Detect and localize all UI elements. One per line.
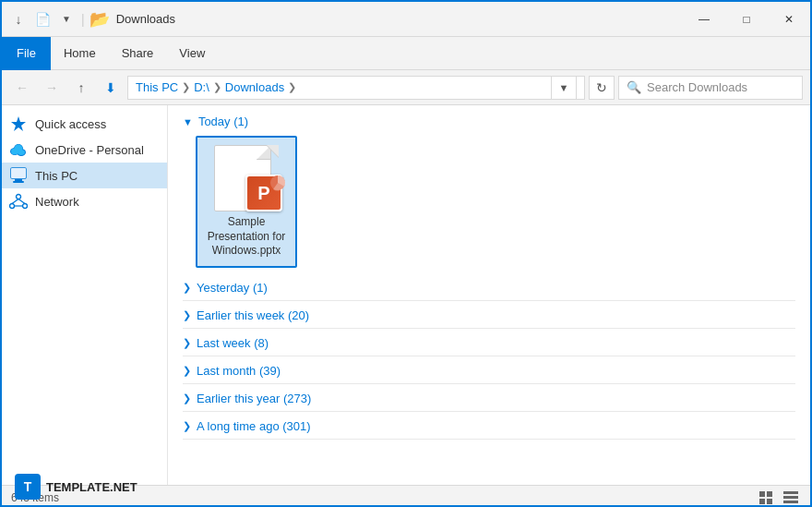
search-icon: 🔍 xyxy=(627,80,641,94)
group-long-ago-label: A long time ago (301) xyxy=(197,419,311,433)
chevron-today-icon: ▼ xyxy=(183,116,193,127)
main-layout: Quick access OneDrive - Personal xyxy=(2,105,810,485)
path-arrow-2: ❯ xyxy=(213,81,221,93)
star-icon xyxy=(9,115,28,133)
search-placeholder: Search Downloads xyxy=(647,80,747,94)
file-tab[interactable]: File xyxy=(2,37,51,70)
maximize-button[interactable]: □ xyxy=(725,2,768,37)
group-earlier-year-header[interactable]: ❯ Earlier this year (273) xyxy=(183,390,795,412)
chevron-last-month-icon: ❯ xyxy=(183,365,191,377)
sidebar-label-onedrive: OneDrive - Personal xyxy=(35,143,144,157)
network-icon xyxy=(9,192,28,211)
details-view-icon xyxy=(783,491,798,504)
file-name-pptx: Sample Presentation for Windows.pptx xyxy=(201,215,292,259)
share-tab[interactable]: Share xyxy=(109,37,167,70)
large-icons-view-button[interactable] xyxy=(757,489,777,507)
svg-rect-20 xyxy=(759,499,765,504)
path-drive[interactable]: D:\ xyxy=(194,80,209,94)
group-today-header[interactable]: ▼ Today (1) xyxy=(183,115,795,128)
group-earlier-week-header[interactable]: ❯ Earlier this week (20) xyxy=(183,307,795,329)
group-yesterday-label: Yesterday (1) xyxy=(197,281,268,295)
brand-letter: T xyxy=(24,479,32,494)
path-arrow-3: ❯ xyxy=(288,81,296,93)
svg-line-15 xyxy=(18,199,25,204)
up-button[interactable]: ↑ xyxy=(68,75,94,101)
today-files-grid: P Sample Presentation for Windows.pptx xyxy=(196,136,795,268)
path-thispc[interactable]: This PC xyxy=(136,80,178,94)
cloud-icon xyxy=(9,140,28,159)
svg-marker-0 xyxy=(11,116,26,131)
svg-point-12 xyxy=(10,204,15,209)
address-path-box[interactable]: This PC ❯ D:\ ❯ Downloads ❯ ▼ xyxy=(127,76,585,100)
folder-icon: 📂 xyxy=(90,10,109,29)
branding: T TEMPLATE.NET xyxy=(15,474,137,500)
svg-rect-18 xyxy=(759,491,765,497)
titlebar-dropdown-icon[interactable]: ▼ xyxy=(57,10,76,29)
downloads-nav-icon[interactable]: ⬇ xyxy=(98,75,124,101)
titlebar-sep: | xyxy=(81,12,85,27)
sidebar-item-onedrive[interactable]: OneDrive - Personal xyxy=(2,137,167,163)
ppt-letter: P xyxy=(257,183,269,204)
titlebar-icon-doc: 📄 xyxy=(33,10,52,29)
search-box[interactable]: 🔍 Search Downloads xyxy=(618,76,803,100)
refresh-button[interactable]: ↻ xyxy=(589,76,615,100)
fold-inner xyxy=(267,145,279,157)
chevron-yesterday-icon: ❯ xyxy=(183,282,191,294)
chevron-earlier-week-icon: ❯ xyxy=(183,309,191,321)
brand-name: TEMPLATE.NET xyxy=(46,480,137,494)
content-area: ▼ Today (1) P xyxy=(168,105,810,485)
sidebar-label-network: Network xyxy=(35,195,79,209)
brand-logo: T xyxy=(15,474,41,500)
quick-save-icon[interactable]: ↓ xyxy=(9,10,28,29)
file-item-pptx[interactable]: P Sample Presentation for Windows.pptx xyxy=(196,136,297,268)
details-view-button[interactable] xyxy=(781,489,801,507)
window-controls: — □ ✕ xyxy=(683,2,810,37)
status-bar: 643 items T TEMPLATE.NET xyxy=(2,485,810,507)
group-last-week-header[interactable]: ❯ Last week (8) xyxy=(183,334,795,356)
svg-rect-21 xyxy=(767,499,772,504)
group-last-month-header[interactable]: ❯ Last month (39) xyxy=(183,362,795,384)
sidebar-label-this-pc: This PC xyxy=(35,169,78,183)
view-tab[interactable]: View xyxy=(166,37,218,70)
chevron-last-week-icon: ❯ xyxy=(183,337,191,349)
chevron-earlier-year-icon: ❯ xyxy=(183,392,191,404)
svg-rect-22 xyxy=(783,491,798,494)
ppt-badge: P xyxy=(245,175,282,211)
large-icons-view-icon xyxy=(759,491,774,504)
sidebar: Quick access OneDrive - Personal xyxy=(2,105,168,485)
svg-point-13 xyxy=(23,204,28,209)
pptx-thumbnail: P xyxy=(214,145,279,215)
svg-rect-23 xyxy=(783,496,798,499)
path-folder[interactable]: Downloads xyxy=(225,80,284,94)
pc-icon xyxy=(9,166,28,185)
address-bar: ← → ↑ ⬇ This PC ❯ D:\ ❯ Downloads ❯ ▼ ↻ … xyxy=(2,70,810,105)
forward-button[interactable]: → xyxy=(39,75,65,101)
svg-point-6 xyxy=(15,145,23,153)
group-earlier-week-label: Earlier this week (20) xyxy=(197,308,309,322)
group-yesterday-header[interactable]: ❯ Yesterday (1) xyxy=(183,279,795,301)
svg-rect-8 xyxy=(11,168,26,178)
group-long-ago-header[interactable]: ❯ A long time ago (301) xyxy=(183,417,795,440)
pie-chart-icon xyxy=(269,175,286,191)
svg-line-14 xyxy=(12,199,18,204)
svg-rect-10 xyxy=(13,181,24,183)
back-button[interactable]: ← xyxy=(9,75,35,101)
title-bar-icons: ↓ 📄 ▼ | 📂 xyxy=(9,10,109,29)
sidebar-item-network[interactable]: Network xyxy=(2,188,167,214)
view-controls: T TEMPLATE.NET xyxy=(757,489,801,507)
group-earlier-year-label: Earlier this year (273) xyxy=(197,392,311,405)
svg-point-11 xyxy=(17,195,21,199)
group-last-week-label: Last week (8) xyxy=(197,336,269,350)
ribbon: File Home Share View xyxy=(2,37,810,70)
path-dropdown-button[interactable]: ▼ xyxy=(551,76,577,100)
minimize-button[interactable]: — xyxy=(683,2,725,37)
sidebar-item-this-pc[interactable]: This PC xyxy=(2,163,167,188)
sidebar-item-quick-access[interactable]: Quick access xyxy=(2,111,167,137)
chevron-long-ago-icon: ❯ xyxy=(183,420,191,432)
path-arrow-1: ❯ xyxy=(182,81,190,93)
svg-rect-9 xyxy=(15,179,22,181)
svg-rect-24 xyxy=(783,501,798,503)
home-tab[interactable]: Home xyxy=(51,37,109,70)
group-today-label: Today (1) xyxy=(198,115,248,128)
close-button[interactable]: ✕ xyxy=(768,2,810,37)
